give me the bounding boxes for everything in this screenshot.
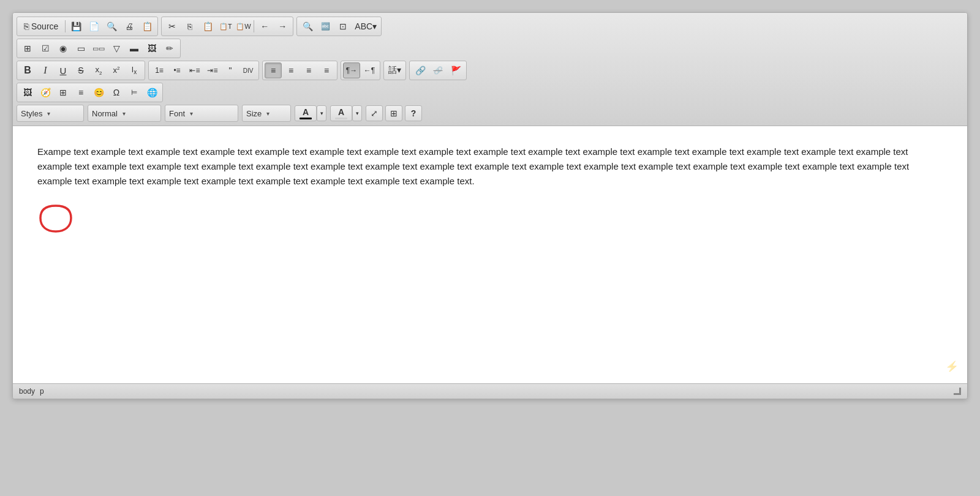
font-dropdown[interactable]: Font ▾ xyxy=(165,105,238,122)
unlink-button[interactable]: 🔗 xyxy=(429,62,447,78)
format-arrow-icon: ▾ xyxy=(123,110,126,117)
font-color-arrow-button[interactable]: ▾ xyxy=(317,105,326,121)
undo-button[interactable]: ← xyxy=(256,18,273,34)
redo-icon: → xyxy=(278,21,287,31)
format-dropdown[interactable]: Normal ▾ xyxy=(88,105,161,122)
bold-button[interactable]: B xyxy=(19,62,36,78)
spellcheck-button[interactable]: ABC▾ xyxy=(352,18,379,34)
select-button[interactable]: ▽ xyxy=(108,40,125,56)
pagebreak-button[interactable]: ⊨ xyxy=(126,85,143,100)
paste-word-button[interactable]: 📋W xyxy=(235,18,252,34)
font-color-button[interactable]: A xyxy=(295,105,317,121)
status-tags: body p xyxy=(19,387,44,396)
toolbar-row-3: B I U S x2 x2 Ix xyxy=(17,59,963,81)
content-area[interactable]: Exampe text example text example text ex… xyxy=(13,126,967,383)
ltr-button[interactable]: ¶→ xyxy=(343,62,360,78)
orderedlist-button[interactable]: 1≡ xyxy=(151,62,168,78)
find-button[interactable]: 🔍 xyxy=(299,18,316,34)
print-icon: 🖨 xyxy=(125,21,134,31)
save-button[interactable]: 💾 xyxy=(67,18,85,34)
rtl-button[interactable]: ←¶ xyxy=(361,62,378,78)
hline-button[interactable]: ≡ xyxy=(72,85,89,100)
removeformat-button[interactable]: Ix xyxy=(126,62,143,78)
strike-button[interactable]: S xyxy=(72,62,89,78)
styles-dropdown[interactable]: Styles ▾ xyxy=(17,105,84,122)
textarea-button[interactable]: ▭▭ xyxy=(90,40,107,56)
italic-button[interactable]: I xyxy=(37,62,54,78)
outdent-button[interactable]: ⇤≡ xyxy=(186,62,203,78)
blockquote-button[interactable]: " xyxy=(222,62,239,78)
help-button[interactable]: ? xyxy=(405,105,422,121)
font-color-icon: A xyxy=(303,107,309,117)
print-button[interactable]: 🖨 xyxy=(121,18,138,34)
paste-text-button[interactable]: 📋T xyxy=(217,18,234,34)
align-center-button[interactable]: ≡ xyxy=(282,62,300,78)
size-dropdown[interactable]: Size ▾ xyxy=(242,105,291,122)
specialchar-button[interactable]: Ω xyxy=(108,85,125,100)
replace-icon: 🔤 xyxy=(321,22,330,31)
unorderedlist-button[interactable]: •≡ xyxy=(168,62,186,78)
redo-button[interactable]: → xyxy=(274,18,291,34)
radio-button[interactable]: ◉ xyxy=(55,40,72,56)
indent-button[interactable]: ⇥≡ xyxy=(204,62,221,78)
button-icon: ▬ xyxy=(130,43,138,53)
italic-icon: I xyxy=(43,65,47,76)
spellcheck-icon: ABC▾ xyxy=(355,21,377,31)
table-button[interactable]: ⊞ xyxy=(55,85,72,100)
checkbox-icon: ☑ xyxy=(42,43,50,53)
smiley-button[interactable]: 😊 xyxy=(90,85,107,100)
copy-button[interactable]: ⎘ xyxy=(181,18,198,34)
anchor-button[interactable]: 🚩 xyxy=(447,62,464,78)
size-arrow-icon: ▾ xyxy=(266,110,270,117)
toolbar-group-align: ≡ ≡ ≡ ≡ xyxy=(262,61,337,80)
toolbar: ⎘ Source 💾 📄 🔍 🖨 📋 xyxy=(13,13,967,126)
justify-button[interactable]: ≡ xyxy=(318,62,335,78)
ltr-icon: ¶→ xyxy=(346,66,357,75)
font-color-bar xyxy=(300,118,312,119)
select-all-button[interactable]: ⊡ xyxy=(334,18,352,34)
toolbar-group-lists: 1≡ •≡ ⇤≡ ⇥≡ " DIV xyxy=(148,61,259,80)
status-bar: body p xyxy=(13,383,967,399)
resize-handle[interactable] xyxy=(954,388,961,395)
styles-label: Styles xyxy=(21,109,42,118)
source-button[interactable]: ⎘ Source xyxy=(19,18,63,34)
templates-button[interactable]: 📋 xyxy=(138,18,156,34)
bg-color-arrow-button[interactable]: ▾ xyxy=(352,105,362,121)
showblocks-button[interactable]: ⊞ xyxy=(385,105,402,121)
iframe-button[interactable]: 🌐 xyxy=(143,85,160,100)
button-button[interactable]: ▬ xyxy=(126,40,143,56)
bg-color-button[interactable]: A xyxy=(330,105,352,121)
toolbar-group-search: 🔍 🔤 ⊡ ABC▾ xyxy=(296,17,382,36)
align-left-button[interactable]: ≡ xyxy=(265,62,282,78)
flash-button[interactable]: 🧭 xyxy=(37,85,54,100)
new-button[interactable]: 📄 xyxy=(85,18,102,34)
superscript-button[interactable]: x2 xyxy=(108,62,125,78)
anchor-icon: 🚩 xyxy=(451,66,461,75)
toolbar-group-insert: 🖼 🧭 ⊞ ≡ 😊 Ω ⊨ xyxy=(17,83,163,102)
subscript-icon: x2 xyxy=(96,65,102,76)
image-button[interactable]: 🖼 xyxy=(19,85,36,100)
cut-button[interactable]: ✂ xyxy=(164,18,181,34)
textfield-button[interactable]: ▭ xyxy=(72,40,89,56)
link-button[interactable]: 🔗 xyxy=(412,62,429,78)
separator xyxy=(254,20,254,32)
align-right-button[interactable]: ≡ xyxy=(300,62,317,78)
maximize-button[interactable]: ⤢ xyxy=(366,105,383,121)
subscript-button[interactable]: x2 xyxy=(90,62,107,78)
div-button[interactable]: DIV xyxy=(239,62,257,78)
blockquote-icon: " xyxy=(229,66,232,75)
toolbar-row-2: ⊞ ☑ ◉ ▭ ▭▭ ▽ ▬ xyxy=(17,37,963,59)
preview-button[interactable]: 🔍 xyxy=(103,18,120,34)
form-button[interactable]: ⊞ xyxy=(19,40,36,56)
language-button[interactable]: 話▾ xyxy=(386,62,404,78)
hiddenfield-icon: ✏ xyxy=(166,43,173,53)
checkbox-button[interactable]: ☑ xyxy=(37,40,54,56)
paste-button[interactable]: 📋 xyxy=(199,18,216,34)
imagebutton-button[interactable]: 🖼 xyxy=(143,40,160,56)
preview-icon: 🔍 xyxy=(107,21,117,31)
showblocks-icon: ⊞ xyxy=(390,108,398,118)
underline-button[interactable]: U xyxy=(55,62,72,78)
hiddenfield-button[interactable]: ✏ xyxy=(161,40,178,56)
replace-button[interactable]: 🔤 xyxy=(317,18,334,34)
source-label: Source xyxy=(31,21,58,31)
